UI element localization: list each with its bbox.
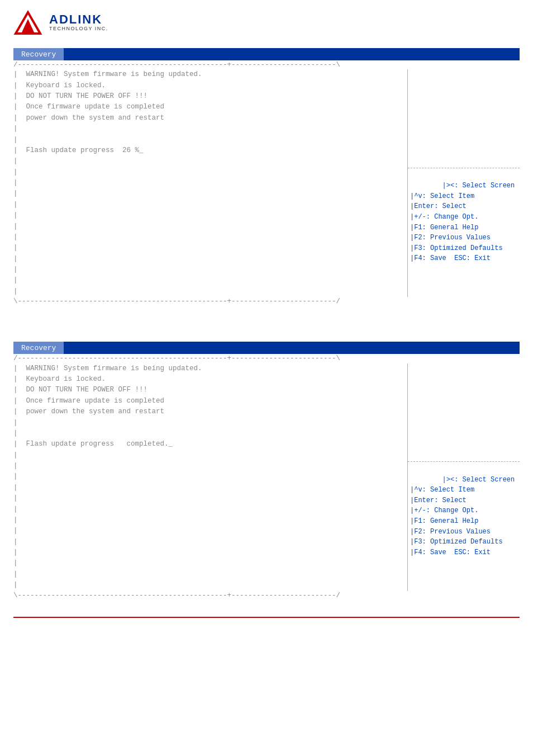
panel2-main: | WARNING! System firmware is being upda… xyxy=(13,363,408,591)
bios-panel-2: Recovery /------------------------------… xyxy=(13,342,520,599)
panel2-top-border: /---------------------------------------… xyxy=(13,354,520,363)
panel2-body: | WARNING! System firmware is being upda… xyxy=(13,363,520,591)
logo-subtitle: TECHNOLOGY INC. xyxy=(49,26,108,32)
panel1-keycmds: |><: Select Screen |^v: Select Item |Ent… xyxy=(408,168,520,287)
panel1-bottom-border: \---------------------------------------… xyxy=(13,297,520,306)
panel2-bottom-border: \---------------------------------------… xyxy=(13,591,520,600)
panel1-body: | WARNING! System firmware is being upda… xyxy=(13,69,520,297)
panel2-progress: Flash update progress completed._ xyxy=(26,440,173,448)
logo-icon xyxy=(13,10,42,35)
panel1-progress: Flash update progress 26 %_ xyxy=(26,147,144,154)
logo-text: ADLINK TECHNOLOGY INC. xyxy=(49,13,108,32)
footer-divider xyxy=(13,617,520,618)
panel1-sidebar: |><: Select Screen |^v: Select Item |Ent… xyxy=(408,69,520,297)
panel2-tab: Recovery xyxy=(13,342,64,354)
panel2-sidebar: |><: Select Screen |^v: Select Item |Ent… xyxy=(408,363,520,591)
panel1-tab: Recovery xyxy=(13,48,64,60)
header: ADLINK TECHNOLOGY INC. xyxy=(0,0,533,40)
panel1-top-border: /---------------------------------------… xyxy=(13,60,520,69)
panel2-keycmds: |><: Select Screen |^v: Select Item |Ent… xyxy=(408,461,520,581)
panel1-main: | WARNING! System firmware is being upda… xyxy=(13,69,408,297)
bios-panel-1: Recovery /------------------------------… xyxy=(13,48,520,306)
logo: ADLINK TECHNOLOGY INC. xyxy=(13,10,108,35)
logo-brand: ADLINK xyxy=(49,13,108,26)
